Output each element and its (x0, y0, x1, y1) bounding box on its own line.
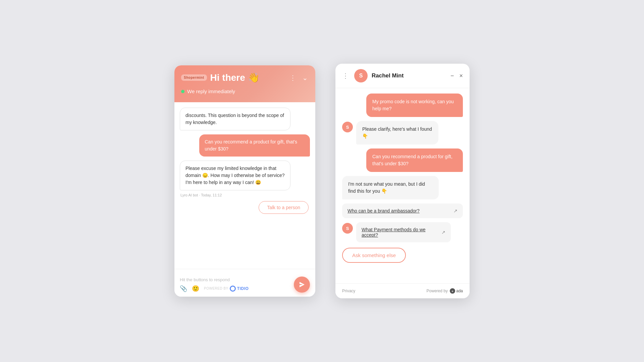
right-chat-widget: ⋮ S Rachel Mint − × My promo code is not… (335, 64, 470, 298)
bot-avatar-2: S (342, 223, 353, 234)
close-button[interactable]: × (459, 72, 463, 79)
tidio-logo-text: TIDIO (237, 286, 249, 291)
bot-message-2: Please excuse my limited knowledge in th… (180, 161, 290, 190)
right-bot-message-2: I'm not sure what you mean, but I did fi… (342, 176, 439, 199)
header-top-row: Shopermint Hi there 👋 ⋮ ⌄ (181, 72, 309, 83)
link-card-1-text: Who can be a brand ambassador? (347, 208, 420, 214)
right-bot-message-1: Please clarify, here's what I found 👇 (356, 121, 438, 144)
right-chat-footer: Privacy Powered by a ada (335, 283, 470, 298)
ada-label: ada (456, 289, 463, 293)
right-messages-list: My promo code is not working, can you he… (335, 88, 470, 283)
footer-links: Privacy (342, 289, 355, 293)
collapse-button[interactable]: ⌄ (302, 73, 309, 82)
right-chat-header: ⋮ S Rachel Mint − × (335, 64, 470, 88)
ask-something-button[interactable]: Ask something else (342, 248, 406, 263)
logo-area: Shopermint Hi there 👋 (181, 72, 260, 83)
bot-avatar-1: S (342, 122, 353, 132)
privacy-link[interactable]: Privacy (342, 289, 355, 293)
emoji-button[interactable]: 🙂 (192, 285, 199, 292)
greeting-text: Hi there 👋 (210, 72, 260, 83)
tidio-icon (230, 286, 236, 292)
right-bot-row-1: S Please clarify, here's what I found 👇 (342, 121, 445, 144)
user-message-1: Can you recommend a product for gift, th… (199, 134, 310, 157)
link-arrow-2: ↗ (441, 230, 445, 235)
ada-logo: a ada (450, 288, 463, 294)
svg-text:a: a (452, 290, 453, 292)
powered-by-ada: Powered by a ada (427, 288, 463, 294)
agent-name: Rachel Mint (372, 72, 446, 79)
attachment-button[interactable]: 📎 (180, 285, 187, 292)
ada-icon: a (450, 288, 455, 294)
bot-message-1: discounts. This question is beyond the s… (180, 108, 290, 130)
status-dot (181, 90, 184, 93)
right-user-message-2: Can you recommend a product for gift, th… (366, 148, 463, 172)
powered-by-text: Powered by (427, 289, 448, 293)
more-options-icon[interactable]: ⋮ (342, 72, 349, 80)
shopermint-logo: Shopermint (181, 74, 207, 81)
bot-content-2: What Payment methods do we accept? ↗ (356, 222, 451, 242)
status-text: We reply immediately (187, 88, 235, 94)
left-chat-widget: Shopermint Hi there 👋 ⋮ ⌄ We reply immed… (174, 65, 315, 297)
link-card-2-text: What Payment methods do we accept? (362, 227, 441, 238)
header-icons: ⋮ ⌄ (289, 73, 309, 82)
header-actions: − × (450, 72, 463, 79)
link-card-1[interactable]: Who can be a brand ambassador? ↗ (342, 203, 463, 218)
status-row: We reply immediately (181, 88, 309, 94)
footer-hint-text: Hit the buttons to respond (180, 277, 294, 282)
svg-point-0 (231, 287, 235, 291)
right-user-message-1: My promo code is not working, can you he… (366, 94, 463, 117)
footer-row: Hit the buttons to respond 📎 🙂 POWERED B… (180, 277, 310, 293)
link-card-2[interactable]: What Payment methods do we accept? ↗ (356, 222, 451, 242)
powered-by-label: POWERED BY (204, 287, 228, 290)
chat-messages-list: discounts. This question is beyond the s… (174, 102, 315, 269)
menu-button[interactable]: ⋮ (289, 73, 297, 82)
message-timestamp: Lyro AI bot · Today, 11:12 (180, 193, 222, 197)
right-bot-row-2: S What Payment methods do we accept? ↗ (342, 222, 451, 242)
minimize-button[interactable]: − (450, 72, 454, 79)
link-arrow-1: ↗ (453, 208, 458, 214)
powered-by-area: POWERED BY TIDIO (204, 286, 249, 292)
left-chat-header: Shopermint Hi there 👋 ⋮ ⌄ We reply immed… (174, 65, 315, 102)
send-button[interactable] (294, 277, 310, 293)
agent-avatar: S (354, 69, 368, 82)
svg-marker-1 (300, 282, 305, 287)
talk-to-person-button[interactable]: Talk to a person (259, 201, 309, 214)
chat-footer: Hit the buttons to respond 📎 🙂 POWERED B… (174, 269, 315, 297)
